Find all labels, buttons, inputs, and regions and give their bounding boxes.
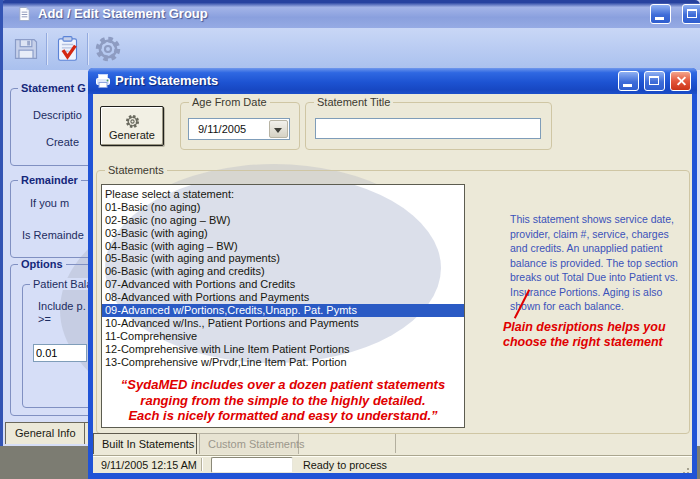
tab-strip-divider [395, 434, 396, 453]
list-item[interactable]: 01-Basic (no aging) [102, 201, 464, 214]
list-item[interactable]: 05-Basic (with aging and payments) [102, 252, 464, 265]
list-item[interactable]: 11-Comprehensive [102, 330, 464, 343]
amount-input[interactable] [33, 344, 87, 362]
list-item[interactable]: 03-Basic (with aging) [102, 227, 464, 240]
status-bar: 9/11/2005 12:15 AM Ready to process [93, 455, 692, 473]
statements-listbox[interactable]: “SydaMED includes over a dozen patient s… [101, 184, 465, 428]
dialog-title: Print Statements [115, 73, 218, 88]
list-item[interactable]: 09-Advanced w/Portions,Credits,Unapp. Pa… [102, 304, 464, 317]
statement-title-group: Statement Title [305, 102, 552, 150]
remainder-group-label: Remainder [18, 174, 81, 186]
dialog-minimize-button[interactable] [618, 71, 639, 91]
print-statements-dialog: Print Statements Generate Age From Date … [88, 68, 697, 479]
bg-window-titlebar[interactable]: Add / Edit Statement Group [0, 0, 700, 28]
minimize-icon [655, 17, 664, 20]
if-you-label: If you m [30, 197, 69, 209]
list-item[interactable]: 12-Comprehensive with Line Item Patient … [102, 343, 464, 356]
age-from-date-group: Age From Date 9/11/2005 [180, 102, 300, 150]
quote-line: “SydaMED includes over a dozen patient s… [102, 377, 464, 393]
save-icon [12, 35, 40, 63]
dialog-close-button[interactable] [670, 71, 691, 91]
list-item[interactable]: 06-Basic (with aging and credits) [102, 265, 464, 278]
dialog-titlebar[interactable]: Print Statements [88, 68, 697, 94]
annotation-note: Plain desriptions helps you choose the r… [503, 320, 666, 350]
patient-balance-label: Patient Bala [30, 278, 95, 290]
settings-button[interactable] [89, 30, 127, 68]
save-button[interactable] [7, 30, 45, 68]
list-item[interactable]: 13-Comprehensive w/Prvdr,Line Item Pat. … [102, 356, 464, 369]
statements-group-label: Statements [105, 164, 167, 176]
close-icon [675, 76, 686, 87]
verify-button[interactable] [48, 30, 86, 68]
statement-title-label: Statement Title [314, 96, 393, 108]
description-label: Descriptio [33, 109, 82, 121]
gear-icon [125, 114, 140, 129]
age-from-date-label: Age From Date [189, 96, 270, 108]
options-group-label: Options [18, 258, 66, 270]
bg-window-title: Add / Edit Statement Group [38, 6, 208, 21]
settings-gear-icon [94, 35, 122, 63]
desktop: { "colors": { "titlebar_active": "#1d53d… [0, 0, 700, 479]
document-icon [17, 6, 32, 26]
generate-button-label: Generate [109, 129, 155, 141]
status-message: Ready to process [303, 459, 387, 471]
statement-description: This statement shows service date, provi… [510, 212, 686, 314]
list-item[interactable]: 08-Advanced with Portions and Payments [102, 291, 464, 304]
printer-icon [95, 73, 111, 93]
resize-grip[interactable] [687, 468, 689, 470]
gte-label: >= [38, 313, 51, 325]
list-intro: Please select a statement: [102, 188, 464, 201]
generate-button[interactable]: Generate [100, 106, 164, 146]
toolbar-separator [87, 33, 88, 65]
age-from-date-value: 9/11/2005 [198, 123, 246, 135]
bg-minimize-button[interactable] [650, 4, 671, 24]
toolbar-separator [46, 33, 47, 65]
dialog-maximize-button[interactable] [644, 71, 665, 91]
annotation-line: choose the right statement [503, 335, 666, 350]
status-separator [201, 458, 202, 471]
status-timestamp: 9/11/2005 12:15 AM [101, 459, 197, 471]
list-item[interactable]: 04-Basic (with aging – BW) [102, 240, 464, 253]
is-remainder-label: Is Remainde [22, 229, 84, 241]
quote-line: ranging from the simple to the highly de… [102, 393, 464, 409]
tab-general-info[interactable]: General Info [5, 422, 86, 444]
bg-toolbar [3, 28, 700, 70]
verify-icon [54, 35, 81, 63]
created-label: Create [46, 136, 79, 148]
statement-group-label: Statement G [18, 82, 89, 94]
bg-maximize-button[interactable] [682, 4, 700, 24]
statement-title-input[interactable] [315, 118, 541, 139]
dialog-body: Generate Age From Date 9/11/2005 Stateme… [93, 94, 692, 473]
list-item[interactable]: 10-Advanced w/Ins., Patient Portions and… [102, 317, 464, 330]
quote-line: Each is nicely formatted and easy to und… [102, 408, 464, 424]
include-label: Include p. [38, 300, 86, 312]
annotation-line: Plain desriptions helps you [503, 320, 666, 335]
marketing-quote: “SydaMED includes over a dozen patient s… [102, 377, 464, 424]
tab-built-in-statements[interactable]: Built In Statements [93, 433, 197, 454]
chevron-down-icon[interactable] [269, 120, 288, 138]
tab-custom-statements[interactable]: Custom Statements [199, 433, 299, 454]
list-item[interactable]: 02-Basic (no aging – BW) [102, 214, 464, 227]
maximize-icon [687, 9, 697, 18]
age-from-date-dropdown[interactable]: 9/11/2005 [188, 118, 290, 140]
list-item[interactable]: 07-Advanced with Portions and Credits [102, 278, 464, 291]
maximize-icon [649, 76, 659, 85]
progress-placeholder [211, 457, 293, 473]
bg-window-border [0, 0, 3, 446]
minimize-icon [623, 84, 632, 87]
